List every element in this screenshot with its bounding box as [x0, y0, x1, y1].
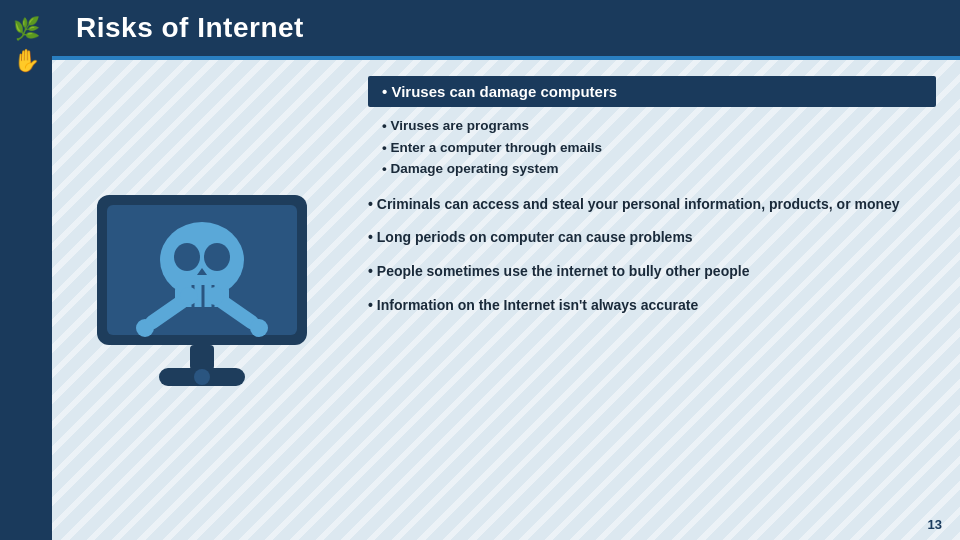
sidebar-icon-hand: ✋ [13, 50, 40, 72]
svg-point-13 [250, 319, 268, 337]
main-content: Risks of Internet [52, 0, 960, 540]
sub-bullet-2: • Enter a computer through emails [382, 137, 936, 159]
monitor-illustration [87, 185, 317, 415]
svg-point-7 [174, 243, 200, 271]
sub-bullet-3: • Damage operating system [382, 158, 936, 180]
bullet-information: • Information on the Internet isn't alwa… [368, 295, 936, 317]
page-title: Risks of Internet [76, 12, 304, 44]
svg-point-10 [136, 319, 154, 337]
page-number: 13 [928, 517, 942, 532]
monitor-svg [87, 185, 317, 415]
svg-point-11 [180, 287, 198, 305]
bullet-long-periods: • Long periods on computer can cause pro… [368, 227, 936, 249]
bullet-people-bully: • People sometimes use the internet to b… [368, 261, 936, 283]
svg-point-17 [194, 369, 210, 385]
sidebar: 🌿 ✋ [0, 0, 52, 540]
text-area: • Viruses can damage computers • Viruses… [352, 60, 960, 540]
svg-point-14 [206, 287, 224, 305]
sub-bullets-list: • Viruses are programs • Enter a compute… [368, 115, 936, 180]
sidebar-icon-leaf: 🌿 [13, 18, 40, 40]
svg-point-8 [204, 243, 230, 271]
viruses-heading: • Viruses can damage computers [368, 76, 936, 107]
svg-rect-15 [190, 345, 214, 370]
content-area: • Viruses can damage computers • Viruses… [52, 60, 960, 540]
image-area [52, 60, 352, 540]
header-bar: Risks of Internet [52, 0, 960, 56]
bullet-criminals: • Criminals can access and steal your pe… [368, 194, 936, 216]
sub-bullet-1: • Viruses are programs [382, 115, 936, 137]
